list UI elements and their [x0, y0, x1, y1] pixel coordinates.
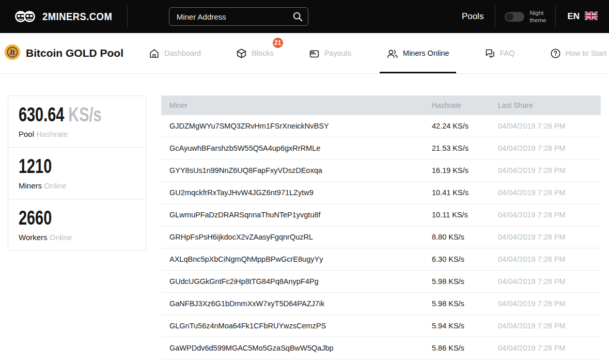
miner-hashrate: 16.19 KS/s [424, 166, 490, 175]
stat-caption: Pool Hashrate [19, 130, 135, 138]
stat-miners-online: 1210 Miners Online [8, 147, 146, 199]
column-header-last-share: Last Share [490, 101, 601, 109]
tab-miners-online[interactable]: Miners Online [380, 33, 456, 73]
chat-icon [485, 48, 495, 59]
table-row[interactable]: AXLqBnc5pXbCiNgmQhMppBPwGcrE8ugyYy 6.30 … [161, 248, 601, 271]
miner-address[interactable]: GRHpFsPsH6ijkdocX2vZAasyFgqnrQuzRL [161, 233, 424, 241]
column-header-hashrate: Hashrate [424, 101, 490, 109]
miner-address[interactable]: GJDZMgWYu7SMQ3ZRvHm1FSrXneickNvBSY [161, 122, 424, 130]
header-divider [127, 5, 128, 28]
miner-address[interactable]: GLGnTu56z4nMoa64Fk1CFbRUYwzsCemzPS [161, 322, 424, 330]
table-body: GJDZMgWYu7SMQ3ZRvHm1FSrXneickNvBSY 42.24… [161, 115, 601, 359]
tab-faq[interactable]: FAQ [478, 33, 522, 73]
main-content: 630.64 KS/s Pool Hashrate 1210 Miners On… [0, 74, 609, 359]
pool-stats-card: 630.64 KS/s Pool Hashrate 1210 Miners On… [8, 96, 146, 251]
miner-address[interactable]: GUdcUGGkGntFc2iHp8tTG84Pq8AnypF4Pg [161, 277, 424, 286]
bitcoin-gold-coin-icon: B [4, 44, 21, 62]
miner-last-share: 04/04/2019 7:28 PM [490, 144, 601, 152]
miner-address[interactable]: GU2mqckfrRxTayJHvW4JGZ6nt971LZytw9 [161, 188, 424, 197]
miner-address-input[interactable] [169, 7, 308, 26]
pool-nav-bar: B Bitcoin GOLD Pool Dashboard Blocks 21 [0, 33, 609, 74]
brand-name: 2MINERS.COM [42, 10, 112, 23]
language-selector[interactable]: EN [560, 11, 601, 22]
miner-last-share: 04/04/2019 7:28 PM [490, 211, 601, 219]
stat-caption: Miners Online [19, 181, 135, 190]
pool-title: Bitcoin GOLD Pool [26, 47, 123, 59]
miner-address[interactable]: AXLqBnc5pXbCiNgmQhMppBPwGcrE8ugyYy [161, 255, 424, 263]
miner-last-share: 04/04/2019 7:28 PM [490, 344, 601, 352]
tab-label: Miners Online [403, 49, 449, 57]
table-row[interactable]: GJDZMgWYu7SMQ3ZRvHm1FSrXneickNvBSY 42.24… [161, 115, 601, 137]
brand[interactable]: 2MINERS.COM [8, 0, 122, 33]
table-row[interactable]: GU2mqckfrRxTayJHvW4JGZ6nt971LZytw9 10.41… [161, 182, 601, 204]
miner-hashrate: 8.80 KS/s [424, 233, 490, 241]
miner-last-share: 04/04/2019 7:28 PM [490, 122, 601, 130]
miner-last-share: 04/04/2019 7:28 PM [490, 277, 601, 286]
tab-label: Payouts [324, 49, 351, 57]
miner-address[interactable]: GLwmuPFaDzDRARSqnnaThuNTeP1yvgtu8f [161, 211, 424, 219]
table-row[interactable]: GLGnTu56z4nMoa64Fk1CFbRUYwzsCemzPS 5.94 … [161, 315, 601, 337]
table-row[interactable]: GaNFBJ3Xz6G1bDmmXxW7xyT5D64PAZJ7ik 5.98 … [161, 293, 601, 315]
miner-hashrate: 42.24 KS/s [424, 122, 490, 130]
miner-hashrate: 10.11 KS/s [424, 211, 490, 219]
night-theme-toggle[interactable] [505, 12, 524, 22]
tab-label: Blocks [252, 49, 274, 57]
cube-icon [236, 48, 247, 59]
table-header: Miner Hashrate Last Share [161, 96, 601, 115]
miner-hashrate: 21.53 KS/s [424, 144, 490, 152]
miner-address[interactable]: GYY8sUs1n99NnZ6UQ8FapFxyVDszDEoxqa [161, 166, 424, 175]
miner-address[interactable]: GaWPDdv6d599MGAC5Mo5GzaSqBwW5QaJbp [161, 344, 424, 352]
table-row[interactable]: GYY8sUs1n99NnZ6UQ8FapFxyVDszDEoxqa 16.19… [161, 160, 601, 182]
theme-switcher: Night theme [499, 9, 551, 24]
miner-hashrate: 5.94 KS/s [424, 322, 490, 330]
pools-link[interactable]: Pools [455, 11, 491, 22]
tab-how-to-start[interactable]: How to Start [543, 33, 609, 73]
search-icon[interactable] [292, 11, 303, 24]
table-row[interactable]: GcAyuwhBFarshzb5W55Q5A4up6gxRrRMLe 21.53… [161, 137, 601, 160]
tab-blocks[interactable]: Blocks 21 [229, 33, 280, 73]
tab-payouts[interactable]: Payouts [302, 33, 358, 73]
two-miners-logo-icon [13, 8, 36, 25]
stat-value: 2660 [19, 207, 52, 229]
question-icon [550, 48, 561, 59]
top-header: 2MINERS.COM Pools Night theme EN [0, 0, 609, 33]
tab-label: FAQ [500, 49, 515, 57]
table-row[interactable]: GUdcUGGkGntFc2iHp8tTG84Pq8AnypF4Pg 5.98 … [161, 271, 601, 293]
miners-table: Miner Hashrate Last Share GJDZMgWYu7SMQ3… [161, 96, 601, 359]
table-row[interactable]: GRHpFsPsH6ijkdocX2vZAasyFgqnrQuzRL 8.80 … [161, 226, 601, 248]
tab-label: Dashboard [164, 49, 201, 57]
wallet-icon [309, 48, 320, 59]
miner-last-share: 04/04/2019 7:28 PM [490, 188, 601, 197]
tab-label: How to Start [566, 49, 607, 57]
miner-hashrate: 6.30 KS/s [424, 255, 490, 263]
miner-search [169, 7, 308, 26]
miner-last-share: 04/04/2019 7:28 PM [490, 255, 601, 263]
miner-last-share: 04/04/2019 7:28 PM [490, 299, 601, 308]
toggle-knob [506, 13, 513, 21]
night-theme-label: Night theme [529, 9, 546, 24]
tab-dashboard[interactable]: Dashboard [142, 33, 208, 73]
header-divider [495, 5, 495, 28]
miner-hashrate: 5.98 KS/s [424, 277, 490, 286]
miner-address[interactable]: GaNFBJ3Xz6G1bDmmXxW7xyT5D64PAZJ7ik [161, 299, 424, 308]
miner-hashrate: 5.86 KS/s [424, 344, 490, 352]
stat-value: 630.64 KS/s [19, 104, 102, 126]
header-divider [555, 5, 556, 28]
stat-value: 1210 [19, 155, 52, 178]
miner-last-share: 04/04/2019 7:28 PM [490, 322, 601, 330]
language-code: EN [567, 11, 580, 22]
uk-flag-icon [585, 11, 598, 22]
home-icon [149, 48, 160, 59]
pool-title-block: B Bitcoin GOLD Pool [4, 44, 123, 62]
miner-address[interactable]: GcAyuwhBFarshzb5W55Q5A4up6gxRrRMLe [161, 144, 424, 152]
stat-pool-hashrate: 630.64 KS/s Pool Hashrate [8, 96, 146, 147]
table-row[interactable]: GaWPDdv6d599MGAC5Mo5GzaSqBwW5QaJbp 5.86 … [161, 337, 601, 359]
topbar-right: Pools Night theme EN [455, 0, 601, 33]
pool-nav-items: Dashboard Blocks 21 Payouts [142, 33, 609, 73]
table-row[interactable]: GLwmuPFaDzDRARSqnnaThuNTeP1yvgtu8f 10.11… [161, 204, 601, 226]
miner-hashrate: 5.98 KS/s [424, 299, 490, 308]
stat-caption: Workers Online [19, 233, 135, 242]
column-header-miner: Miner [161, 101, 424, 109]
miner-last-share: 04/04/2019 7:28 PM [490, 233, 601, 241]
miners-icon [386, 48, 398, 59]
